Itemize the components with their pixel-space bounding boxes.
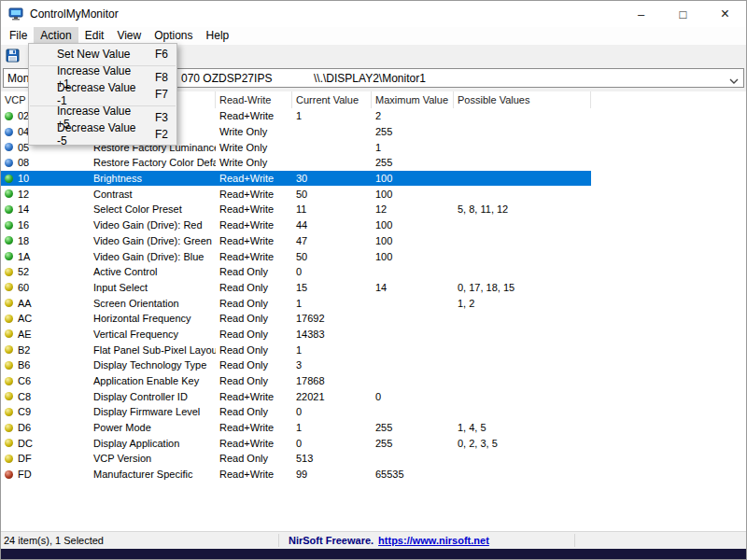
vcp-code: DF — [18, 453, 32, 464]
vcp-status-icon — [5, 236, 13, 245]
vcp-name: Power Mode — [90, 422, 216, 433]
vcp-name: Manufacturer Specific — [90, 469, 216, 480]
vcp-status-icon — [5, 439, 13, 447]
table-row[interactable]: AAScreen OrientationRead Only11, 2 — [1, 295, 591, 311]
vcp-name: Application Enable Key — [90, 375, 216, 386]
maximize-button[interactable]: □ — [662, 1, 704, 27]
chevron-down-icon[interactable] — [729, 75, 739, 82]
menu-item-shortcut: F6 — [146, 48, 168, 61]
save-icon[interactable] — [6, 49, 21, 63]
current-value-cell: 0 — [292, 406, 372, 417]
vcp-name: Contrast — [90, 189, 216, 200]
action-menu-popup: Set New ValueF6Increase Value +1F8Decrea… — [28, 43, 177, 146]
table-row[interactable]: ACHorizontal FrequencyRead Only17692 — [1, 311, 591, 327]
read-write-cell: Read Only — [216, 329, 292, 340]
app-icon — [8, 7, 23, 21]
vcp-code-cell: AA — [1, 298, 90, 309]
vcp-code-cell: C6 — [1, 375, 90, 386]
read-write-cell: Read Only — [216, 375, 292, 386]
menu-item-label: Decrease Value -5 — [57, 121, 146, 147]
vcp-code-cell: B6 — [1, 359, 90, 371]
column-header-possible-values[interactable]: Possible Values — [454, 91, 591, 108]
table-row[interactable]: DCDisplay ApplicationRead+Write02550, 2,… — [1, 435, 591, 451]
vcp-code: AE — [18, 329, 32, 340]
minimize-button[interactable]: – — [620, 1, 662, 27]
read-write-cell: Read Only — [216, 313, 292, 324]
maximum-value-cell: 255 — [372, 438, 454, 449]
close-button[interactable]: × — [704, 1, 746, 27]
table-row[interactable]: 12ContrastRead+Write50100 — [1, 186, 591, 202]
vcp-code-cell: B2 — [1, 344, 90, 356]
vcp-code-cell: 10 — [1, 173, 90, 184]
app-window: ControlMyMonitor – □ × FileActionEditVie… — [0, 0, 747, 560]
menubar-item-help[interactable]: Help — [200, 27, 236, 45]
vcp-name: Display Firmware Level — [90, 406, 216, 417]
read-write-cell: Write Only — [216, 126, 292, 137]
vcp-name: Display Application — [90, 438, 216, 449]
current-value-cell: 1 — [292, 422, 372, 433]
table-row[interactable]: 18Video Gain (Drive): GreenRead+Write471… — [1, 233, 591, 249]
read-write-cell: Read+Write — [216, 203, 292, 215]
read-write-cell: Write Only — [216, 157, 292, 168]
maximum-value-cell: 0 — [372, 391, 454, 402]
read-write-cell: Read+Write — [216, 110, 292, 121]
table-row[interactable]: FDManufacturer SpecificRead+Write9965535 — [1, 467, 591, 483]
table-row[interactable]: B2Flat Panel Sub-Pixel LayoutRead Only1 — [1, 342, 591, 357]
table-row[interactable]: C6Application Enable KeyRead Only17868 — [1, 373, 591, 389]
menu-item-shortcut: F2 — [146, 128, 168, 141]
menu-item-decrease-value-5[interactable]: Decrease Value -5F2 — [29, 126, 176, 143]
column-header-maximum-value[interactable]: Maximum Value — [372, 91, 454, 108]
vcp-code-cell: DC — [1, 438, 90, 449]
table-row[interactable]: 52Active ControlRead Only0 — [1, 264, 591, 280]
vcp-code-cell: 16 — [1, 219, 90, 231]
current-value-cell: 3 — [292, 359, 372, 371]
read-write-cell: Read Only — [216, 453, 292, 464]
table-row[interactable]: 08Restore Factory Color Defaul...Write O… — [1, 155, 591, 171]
maximum-value-cell: 12 — [372, 203, 454, 215]
read-write-cell: Read+Write — [216, 235, 292, 246]
vcp-code: C6 — [18, 375, 31, 386]
table-row[interactable]: D6Power ModeRead+Write12551, 4, 5 — [1, 420, 591, 436]
table-row[interactable]: 60Input SelectRead Only15140, 17, 18, 15 — [1, 280, 591, 296]
vcp-code-cell: 60 — [1, 282, 90, 293]
column-header-current-value[interactable]: Current Value — [292, 91, 372, 108]
vcp-name: Vertical Frequency — [90, 329, 216, 340]
menu-item-shortcut: F7 — [146, 88, 168, 101]
table-row[interactable]: 10BrightnessRead+Write30100 — [1, 171, 591, 187]
vcp-status-icon — [5, 424, 13, 432]
vcp-status-icon — [5, 299, 13, 307]
possible-values-cell: 0, 2, 3, 5 — [454, 438, 591, 449]
table-row[interactable]: AEVertical FrequencyRead Only14383 — [1, 327, 591, 343]
read-write-cell: Read+Write — [216, 469, 292, 480]
table-row[interactable]: C9Display Firmware LevelRead Only0 — [1, 404, 591, 420]
read-write-cell: Read Only — [216, 266, 292, 277]
menu-item-decrease-value-1[interactable]: Decrease Value -1F7 — [29, 86, 176, 103]
current-value-cell: 47 — [292, 235, 372, 246]
vcp-name: Restore Factory Color Defaul... — [90, 157, 216, 168]
vcp-name: VCP Version — [90, 453, 216, 464]
nirsoft-link[interactable]: https://www.nirsoft.net — [378, 535, 489, 546]
current-value-cell: 50 — [292, 189, 372, 200]
table-row[interactable]: 14Select Color PresetRead+Write11125, 8,… — [1, 202, 591, 217]
vcp-code-cell: AE — [1, 329, 90, 340]
vcp-code-cell: 52 — [1, 266, 90, 277]
column-header-read-write[interactable]: Read-Write — [216, 91, 292, 108]
table-row[interactable]: 16Video Gain (Drive): RedRead+Write44100 — [1, 217, 591, 233]
taskbar-strip — [1, 549, 746, 559]
table-row[interactable]: 1AVideo Gain (Drive): BlueRead+Write5010… — [1, 248, 591, 264]
table-row[interactable]: C8Display Controller IDRead+Write220210 — [1, 388, 591, 404]
current-value-cell: 14383 — [292, 329, 372, 340]
vcp-code: 18 — [18, 235, 29, 246]
menu-item-label: Decrease Value -1 — [57, 81, 146, 107]
table-row[interactable]: B6Display Technology TypeRead Only3 — [1, 357, 591, 373]
menu-item-set-new-value[interactable]: Set New ValueF6 — [29, 46, 176, 63]
current-value-cell: 15 — [292, 282, 372, 293]
maximum-value-cell: 100 — [372, 235, 454, 246]
vcp-code-cell: 14 — [1, 203, 90, 215]
status-item-count: 24 item(s), 1 Selected — [4, 535, 104, 546]
table-row[interactable]: DFVCP VersionRead Only513 — [1, 451, 591, 467]
maximum-value-cell: 255 — [372, 422, 454, 433]
vcp-status-icon — [5, 361, 13, 370]
vcp-code-cell: DF — [1, 453, 90, 464]
vcp-status-icon — [5, 252, 13, 260]
